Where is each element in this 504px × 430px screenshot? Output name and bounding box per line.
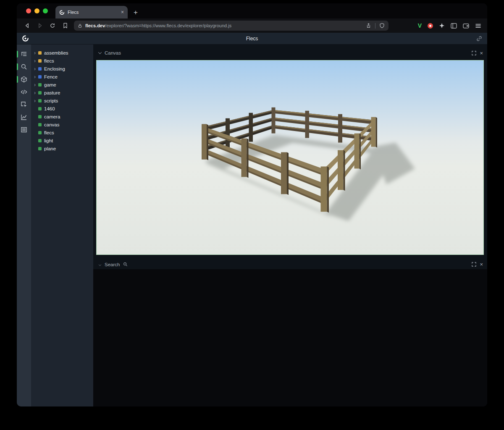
sidebar-toggle-icon[interactable]: [451, 23, 457, 29]
entity-color-square: [38, 147, 42, 150]
tree-item[interactable]: › game: [31, 81, 93, 89]
entity-color-square: [38, 99, 42, 102]
flecs-logo[interactable]: [22, 35, 29, 42]
entity-color-square: [38, 75, 42, 79]
entities-cube-icon[interactable]: [17, 74, 31, 85]
tree-item[interactable]: › flecs: [31, 57, 93, 65]
tab-title: Flecs: [68, 10, 79, 15]
expand-arrow-icon[interactable]: ›: [34, 82, 38, 87]
tree-item[interactable]: › Fence: [31, 73, 93, 81]
expand-arrow-icon[interactable]: ›: [34, 90, 38, 95]
url-text: flecs.dev/explorer/?wasm=https://www.fle…: [85, 23, 231, 28]
entity-tree-panel: › assemblies › flecs › Enclosing › Fence…: [31, 45, 93, 406]
tree-item[interactable]: › light: [31, 136, 93, 144]
search-panel-title: Search: [105, 262, 120, 267]
entity-label: light: [44, 138, 53, 143]
entity-label: scripts: [44, 98, 58, 103]
red-extension-icon[interactable]: [428, 23, 433, 29]
star-extension-icon[interactable]: [439, 23, 445, 29]
search-panel-body[interactable]: [93, 269, 487, 406]
forward-button[interactable]: [35, 21, 45, 30]
entity-label: game: [44, 82, 56, 87]
entity-label: Enclosing: [44, 66, 65, 71]
entity-color-square: [38, 123, 42, 126]
entity-color-square: [38, 107, 42, 110]
chevron-down-icon[interactable]: [99, 263, 102, 266]
brave-shield-icon[interactable]: [379, 23, 385, 29]
main-area: Canvas ×: [93, 45, 487, 406]
expand-arrow-icon[interactable]: ›: [34, 74, 38, 79]
tab-close-icon[interactable]: ×: [121, 9, 124, 15]
entity-label: canvas: [44, 122, 59, 127]
extension-icons: V: [418, 22, 481, 29]
expand-panel-icon[interactable]: [472, 51, 476, 55]
entity-color-square: [38, 67, 42, 71]
new-tab-button[interactable]: +: [134, 9, 138, 16]
zoom-window-button[interactable]: [43, 8, 48, 13]
wallet-icon[interactable]: [463, 23, 469, 29]
divider: [375, 23, 375, 29]
url-path: /explorer/?wasm=https://www.flecs.dev/ex…: [105, 23, 231, 28]
traffic-lights: [17, 3, 48, 18]
entity-label: 1460: [44, 106, 55, 111]
link-icon[interactable]: [476, 36, 482, 42]
tree-item[interactable]: › flecs: [31, 128, 93, 136]
entity-color-square: [38, 59, 42, 63]
flecs-favicon: [59, 10, 65, 15]
entity-label: plane: [44, 146, 56, 151]
code-icon[interactable]: [17, 87, 31, 97]
search-icon: [123, 262, 128, 267]
close-panel-icon[interactable]: ×: [480, 262, 483, 267]
menu-icon[interactable]: [475, 23, 481, 29]
url-bar[interactable]: flecs.dev/explorer/?wasm=https://www.fle…: [74, 21, 388, 31]
inspect-icon[interactable]: [17, 99, 31, 110]
browser-window: Flecs × + flecs.dev/explorer/?wasm=htt: [17, 3, 487, 406]
vimium-extension-icon[interactable]: V: [418, 22, 422, 29]
icon-rail: [17, 45, 31, 406]
stats-chart-icon[interactable]: [17, 112, 31, 123]
minimize-window-button[interactable]: [34, 8, 39, 13]
canvas-3d-viewport[interactable]: [96, 60, 484, 255]
canvas-panel-title: Canvas: [105, 50, 121, 55]
expand-arrow-icon[interactable]: ›: [34, 50, 38, 55]
canvas-panel-header[interactable]: Canvas ×: [93, 49, 487, 57]
entity-label: flecs: [44, 58, 54, 63]
expand-panel-icon[interactable]: [472, 262, 476, 267]
memory-icon[interactable]: [17, 124, 31, 135]
tree-item[interactable]: › canvas: [31, 121, 93, 128]
entity-color-square: [38, 115, 42, 118]
entity-tree-icon[interactable]: [17, 49, 31, 60]
expand-arrow-icon[interactable]: ›: [34, 66, 38, 71]
entity-label: assemblies: [44, 50, 68, 55]
tree-item[interactable]: › assemblies: [31, 49, 93, 57]
search-icon[interactable]: [17, 61, 31, 72]
reload-button[interactable]: [48, 21, 57, 30]
expand-arrow-icon[interactable]: ›: [34, 58, 38, 63]
tree-item[interactable]: › pasture: [31, 89, 93, 97]
chevron-down-icon[interactable]: [98, 50, 102, 54]
canvas-3d-scene: [97, 60, 483, 254]
browser-tab[interactable]: Flecs ×: [55, 6, 128, 18]
share-icon[interactable]: [366, 23, 371, 29]
tree-item[interactable]: › camera: [31, 113, 93, 121]
entity-color-square: [38, 139, 42, 142]
expand-arrow-icon[interactable]: ›: [34, 98, 38, 103]
app-body: › assemblies › flecs › Enclosing › Fence…: [17, 45, 487, 406]
tree-item[interactable]: › 1460: [31, 105, 93, 113]
browser-toolbar: flecs.dev/explorer/?wasm=https://www.fle…: [17, 18, 487, 33]
entity-color-square: [38, 131, 42, 134]
entity-label: pasture: [44, 90, 60, 95]
tree-item[interactable]: › plane: [31, 144, 93, 152]
close-window-button[interactable]: [26, 8, 31, 13]
url-domain: flecs.dev: [85, 23, 105, 28]
tab-strip: Flecs × +: [17, 3, 487, 18]
back-button[interactable]: [23, 21, 32, 30]
bookmark-icon[interactable]: [60, 21, 70, 30]
entity-label: flecs: [44, 130, 54, 135]
close-panel-icon[interactable]: ×: [480, 50, 483, 56]
search-panel-header[interactable]: Search ×: [93, 260, 487, 268]
tree-item[interactable]: › scripts: [31, 97, 93, 105]
page-title: Flecs: [17, 36, 487, 42]
tree-item[interactable]: › Enclosing: [31, 65, 93, 73]
entity-label: Fence: [44, 74, 58, 79]
